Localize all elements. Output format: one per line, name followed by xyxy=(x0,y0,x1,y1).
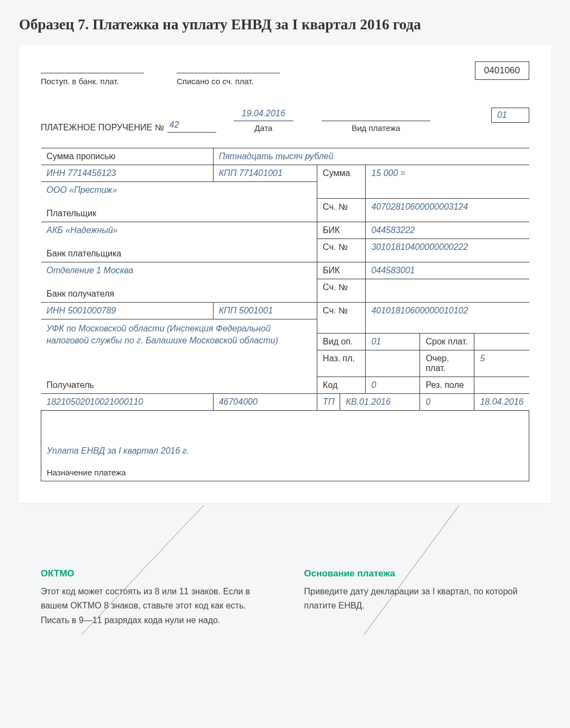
payer-kpp: КПП 771401001 xyxy=(213,165,317,182)
oktmo-value: 46704000 xyxy=(213,393,317,410)
payment-type-label: Вид платежа xyxy=(352,123,400,133)
order-number: 42 xyxy=(167,120,216,133)
kod-value: 0 xyxy=(366,376,420,393)
payer-row-label: Плательщик xyxy=(41,198,317,222)
payment-form: Поступ. в банк. плат. Списано со сч. пла… xyxy=(19,45,551,503)
payer-bank-acc-label: Сч. № xyxy=(317,239,366,255)
anno-basis-text: Приведите дату декларации за I квартал, … xyxy=(304,585,530,613)
recip-bank-acc-label: Сч. № xyxy=(317,279,366,296)
purpose-label: Назначение платежа xyxy=(47,468,126,477)
ocher-value: 5 xyxy=(474,350,529,376)
bank-in-label: Поступ. в банк. плат. xyxy=(41,77,144,86)
tp-value: ТП xyxy=(317,393,340,410)
ocher-label: Очер. плат. xyxy=(420,350,474,376)
order-label: ПЛАТЕЖНОЕ ПОРУЧЕНИЕ № xyxy=(41,123,164,133)
payer-bank-bik-label: БИК xyxy=(317,222,366,239)
form-code: 0401060 xyxy=(475,61,529,80)
payer-bank-label: Банк плательщика xyxy=(41,239,317,262)
recip-acc-value: 40101810600000010102 xyxy=(366,302,529,319)
payer-acc-label: Сч. № xyxy=(317,198,366,215)
vid-op-label: Вид оп. xyxy=(317,333,366,350)
recip-bank-label: Банк получателя xyxy=(41,279,317,302)
recip-row-label: Получатель xyxy=(41,350,317,393)
recip-inn: ИНН 5001000789 xyxy=(41,302,214,319)
bank-in-field xyxy=(41,61,144,73)
recip-kpp: КПП 5001001 xyxy=(213,302,317,319)
purpose-value: Уплата ЕНВД за I квартал 2016 г. xyxy=(41,443,529,459)
recip-name: УФК по Московской области (Инспекция Фед… xyxy=(41,319,317,350)
vid-op-value: 01 xyxy=(366,333,420,350)
kbk-value: 18210502010021000110 xyxy=(41,393,214,410)
kod-label: Код xyxy=(317,376,366,393)
payer-bank-acc-value: 30101810400000000222 xyxy=(366,239,529,255)
doc-no-value: 0 xyxy=(420,393,474,410)
main-table: Сумма прописью Пятнадцать тысяч рублей И… xyxy=(41,148,529,481)
payer-bank-name: АКБ «Надежный» xyxy=(41,222,317,239)
anno-oktmo-title: ОКТМО xyxy=(41,568,266,579)
srok-label: Срок плат. xyxy=(420,333,474,350)
anno-basis-title: Основание платежа xyxy=(304,568,530,579)
payment-type-field xyxy=(322,109,430,121)
naz-pl-label: Наз. пл. xyxy=(317,350,366,376)
recip-bank-bik-value: 044583001 xyxy=(366,262,529,279)
rez-label: Рез. поле xyxy=(420,376,474,393)
annotation-basis: Основание платежа Приведите дату деклара… xyxy=(304,568,530,627)
payer-acc-value: 40702810600000003124 xyxy=(366,198,529,215)
date-label: Дата xyxy=(254,123,272,133)
order-date: 19.04.2016 xyxy=(234,109,293,121)
written-off-field xyxy=(177,61,280,73)
payer-bank-bik-value: 044583222 xyxy=(366,222,529,239)
recip-acc-label: Сч. № xyxy=(317,302,366,319)
sum-words-label: Сумма прописью xyxy=(41,148,214,165)
payer-inn: ИНН 7714456123 xyxy=(41,165,214,182)
recip-bank-name: Отделение 1 Москва xyxy=(41,262,317,279)
sum-value: 15 000 = xyxy=(366,165,529,182)
doc-date-value: 18.04.2016 xyxy=(474,393,529,410)
anno-oktmo-text: Этот код может состоять из 8 или 11 знак… xyxy=(41,585,266,627)
annotation-oktmo: ОКТМО Этот код может состоять из 8 или 1… xyxy=(41,568,266,627)
page-title: Образец 7. Платежка на уплату ЕНВД за I … xyxy=(19,16,551,33)
period-value: КВ.01.2016 xyxy=(340,393,420,410)
written-off-label: Списано со сч. плат. xyxy=(177,77,280,86)
sum-label: Сумма xyxy=(317,165,366,182)
sum-words-value: Пятнадцать тысяч рублей xyxy=(213,148,529,165)
recip-bank-bik-label: БИК xyxy=(317,262,366,279)
payer-name: ООО «Престиж» xyxy=(41,182,317,199)
status-box: 01 xyxy=(491,108,529,123)
